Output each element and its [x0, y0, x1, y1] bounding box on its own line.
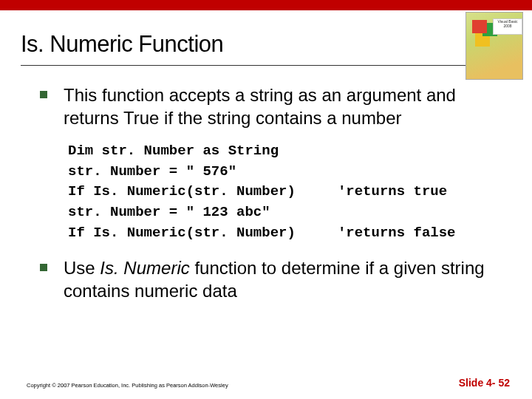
- slide-number: Slide 4- 52: [459, 377, 510, 389]
- book-brand-line2: 2008: [503, 24, 511, 28]
- bullet-item: Use Is. Numeric function to determine if…: [40, 256, 502, 302]
- bullet2-func: Is. Numeric: [100, 258, 189, 278]
- slide-title: Is. Numeric Function: [0, 10, 532, 64]
- slide-content: This function accepts a string as an arg…: [0, 66, 532, 302]
- square-bullet-icon: [40, 91, 47, 98]
- copyright-text: Copyright © 2007 Pearson Education, Inc.…: [27, 382, 228, 389]
- square-bullet-icon: [40, 264, 47, 271]
- code-line-1: Dim str. Number as String: [68, 143, 279, 159]
- book-brand-text: Visual Basic 2008: [494, 20, 521, 28]
- top-accent-bar: [0, 0, 532, 10]
- code-line-3a: If Is. Numeric(str. Number): [68, 183, 296, 200]
- bullet-text-2: Use Is. Numeric function to determine if…: [64, 256, 502, 302]
- bullet-item: This function accepts a string as an arg…: [40, 83, 502, 129]
- slide-footer: Copyright © 2007 Pearson Education, Inc.…: [27, 377, 510, 389]
- code-line-4: str. Number = " 123 abc": [68, 204, 270, 220]
- code-block: Dim str. Number as String str. Number = …: [40, 134, 502, 256]
- code-line-5b: 'returns false: [338, 225, 456, 241]
- code-line-2: str. Number = " 576": [68, 163, 236, 180]
- lego-blocks-icon: [472, 20, 487, 33]
- code-line-3b: 'returns true: [338, 183, 447, 200]
- code-line-5a: If Is. Numeric(str. Number): [68, 225, 296, 241]
- bullet2-pre: Use: [64, 258, 100, 278]
- book-cover-thumbnail: Visual Basic 2008: [466, 12, 523, 80]
- bullet-text-1: This function accepts a string as an arg…: [64, 83, 502, 129]
